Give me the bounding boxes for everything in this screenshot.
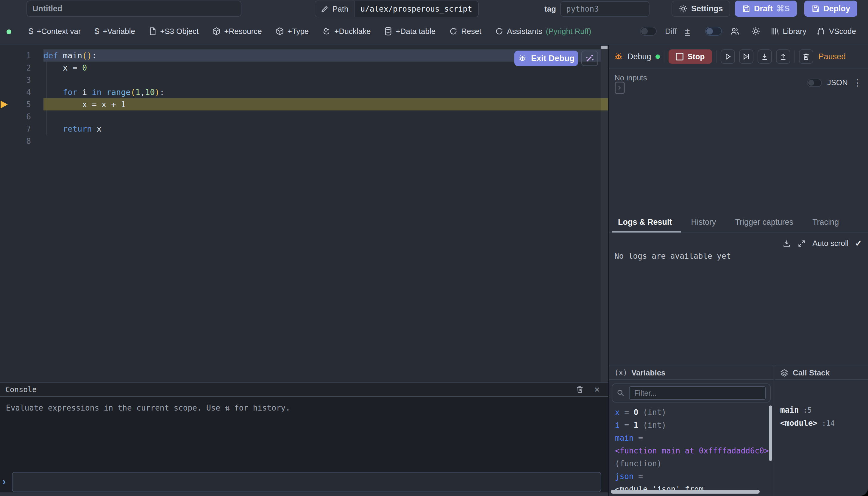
add-ducklake-button[interactable]: +Ducklake — [322, 27, 370, 36]
path-group[interactable]: Path u/alex/prosperous_script — [315, 1, 479, 17]
autoscroll-checkbox[interactable]: ✓ — [855, 238, 862, 248]
code-token: = — [73, 63, 82, 72]
code-token: () — [82, 51, 92, 60]
deploy-button[interactable]: Deploy — [804, 1, 857, 17]
variable-line[interactable]: <function main at 0xffffadadd6c0> — [615, 445, 765, 457]
plusminus-icon[interactable]: ± — [685, 27, 690, 36]
expand-logs-icon[interactable] — [798, 239, 806, 248]
reset-button[interactable]: Reset — [449, 27, 481, 36]
variables-vscrollbar[interactable] — [769, 405, 772, 461]
variable-line[interactable]: x = 0 (int) — [615, 406, 765, 419]
scrollbar-thumb[interactable] — [601, 46, 607, 49]
clear-debug-trash-button[interactable] — [799, 49, 813, 64]
exit-debug-button[interactable]: Exit Debug — [515, 51, 578, 66]
code-line[interactable]: 3 — [0, 74, 601, 86]
result-tabs: Logs & ResultHistoryTrigger capturesTrac… — [609, 212, 868, 233]
tab-logs-result[interactable]: Logs & Result — [618, 212, 672, 233]
stop-icon — [676, 53, 683, 60]
code-lines: 1def main():2 x = 034 for i in range(1,1… — [0, 49, 601, 147]
draft-button[interactable]: Draft ⌘S — [735, 1, 797, 17]
code-line[interactable]: 2 x = 0 — [0, 62, 601, 74]
console-input[interactable] — [12, 472, 601, 492]
step-into-button[interactable] — [758, 49, 772, 64]
tag-input[interactable]: python3 — [560, 1, 649, 17]
toolbar-right: Diff ± Library VScode — [640, 18, 856, 45]
variable-line[interactable]: (function) — [615, 457, 765, 470]
continue-button[interactable] — [721, 49, 735, 64]
frame-name: <module> — [780, 419, 817, 428]
line-number: 4 — [0, 88, 31, 97]
tab-history[interactable]: History — [691, 212, 716, 233]
editor-toolbar: $ +Context var $ +Variable +S3 Object +R… — [0, 18, 868, 45]
tag-label: tag — [545, 4, 556, 14]
code-line[interactable]: 5 x = x + 1 — [0, 98, 601, 110]
variable-token: x — [615, 408, 620, 417]
debug-toolbar: Debug Stop Paused — [609, 45, 868, 68]
variable-line[interactable]: <module 'json' from — [615, 483, 765, 496]
multiplayer-toggle[interactable] — [705, 27, 722, 36]
code-line[interactable]: 8 — [0, 135, 601, 147]
variable-line[interactable]: main = — [615, 432, 765, 445]
line-number: 7 — [0, 124, 31, 134]
editor-scrollbar[interactable] — [601, 45, 608, 382]
variables-panel: (x) Variables x = 0 (int)i = 1 (int)main… — [609, 366, 774, 496]
debug-bottom-row: (x) Variables x = 0 (int)i = 1 (int)main… — [609, 366, 868, 496]
variable-line[interactable]: json = — [615, 470, 765, 483]
path-value[interactable]: u/alex/prosperous_script — [354, 1, 478, 17]
file-icon — [149, 27, 157, 35]
add-type-button[interactable]: +Type — [275, 27, 309, 36]
dollar-icon: $ — [95, 27, 99, 36]
variable-token: = — [634, 472, 643, 481]
settings-button[interactable]: Settings — [672, 1, 730, 17]
diff-toggle[interactable] — [640, 27, 657, 36]
editor-settings-gear-icon[interactable] — [751, 27, 760, 36]
code-token: : — [160, 88, 164, 97]
code-token — [44, 124, 63, 134]
library-button[interactable]: Library — [771, 27, 806, 36]
step-out-button[interactable] — [776, 49, 790, 64]
variable-token: <function main at 0xffffadadd6c0> — [615, 446, 769, 455]
tab-tracing[interactable]: Tracing — [812, 212, 839, 233]
draft-shortcut: ⌘S — [776, 4, 790, 13]
stack-frame[interactable]: main :5 — [780, 404, 835, 417]
vscode-button[interactable]: VScode — [817, 27, 856, 36]
code-token: in — [92, 88, 102, 97]
line-number: 3 — [0, 76, 31, 84]
add-context-var-button[interactable]: $ +Context var — [29, 27, 81, 36]
add-resource-button[interactable]: +Resource — [212, 27, 262, 36]
settings-label: Settings — [691, 4, 723, 13]
stop-button[interactable]: Stop — [668, 49, 712, 64]
variable-token: 1 — [634, 421, 638, 430]
tab-trigger-captures[interactable]: Trigger captures — [735, 212, 793, 233]
line-number: 1 — [0, 51, 31, 60]
add-variable-button[interactable]: $ +Variable — [95, 27, 135, 36]
magic-wand-icon — [585, 53, 595, 63]
code-line[interactable]: 4 for i in range(1,10): — [0, 86, 601, 98]
add-s3-object-button[interactable]: +S3 Object — [149, 27, 199, 36]
step-over-button[interactable] — [739, 49, 753, 64]
code-line[interactable]: 7 return x — [0, 123, 601, 135]
code-line[interactable]: 6 — [0, 110, 601, 123]
variables-hscrollbar[interactable] — [611, 490, 760, 494]
clear-console-trash-icon[interactable] — [576, 385, 584, 393]
download-logs-icon[interactable] — [783, 239, 791, 248]
code-token: , — [140, 88, 145, 97]
kebab-menu-icon[interactable]: ⋮ — [853, 77, 862, 88]
dollar-icon: $ — [29, 27, 33, 36]
users-icon[interactable] — [730, 27, 740, 36]
ai-wand-button[interactable] — [581, 51, 598, 66]
collapse-panel-icon[interactable] — [614, 81, 626, 95]
stack-frame[interactable]: <module> :14 — [780, 417, 835, 430]
code-token: def — [44, 51, 58, 60]
variable-line[interactable]: i = 1 (int) — [615, 419, 765, 432]
code-token: range — [106, 88, 130, 97]
json-toggle[interactable] — [807, 79, 822, 87]
code-line[interactable]: 1def main(): — [0, 49, 601, 62]
add-data-table-button[interactable]: +Data table — [384, 27, 436, 36]
close-console-icon[interactable]: × — [594, 384, 600, 395]
script-title-input[interactable] — [27, 1, 241, 17]
assistants-button[interactable]: Assistants (Pyright Ruff) — [495, 27, 591, 36]
code-editor[interactable]: 1def main():2 x = 034 for i in range(1,1… — [0, 45, 608, 382]
variables-filter-input[interactable] — [629, 386, 766, 400]
path-edit[interactable]: Path — [315, 1, 354, 17]
